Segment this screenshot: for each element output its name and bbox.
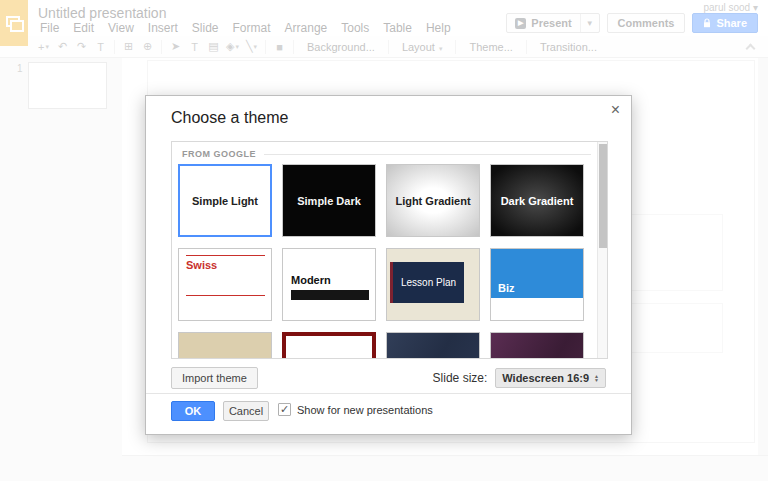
theme-card-dark-navy[interactable] [386,332,480,359]
theme-card-label: Biz [498,282,515,294]
updown-arrows-icon: ▲▼ [594,374,599,382]
theme-card-simple-dark[interactable]: Simple Dark [282,164,376,237]
theme-card-red-border[interactable] [282,332,376,359]
theme-card-tan[interactable] [178,332,272,359]
theme-card-plum[interactable] [490,332,584,359]
show-checkbox[interactable]: ✓ [278,403,291,416]
theme-card-lesson-plan[interactable]: Lesson Plan [386,248,480,321]
scrollbar[interactable] [597,142,607,358]
ok-button[interactable]: OK [171,401,215,421]
theme-card-label: Dark Gradient [491,165,583,236]
modern-bar [291,290,369,300]
checkbox-label: Show for new presentations [297,404,433,416]
theme-card-label: Lesson Plan [401,277,456,288]
theme-card-simple-light[interactable]: Simple Light [178,164,272,237]
listbox-head: FROM GOOGLE [182,149,591,159]
cancel-button[interactable]: Cancel [223,401,269,421]
checkbox-row: ✓ Show for new presentations [278,403,433,416]
footer-divider [146,393,631,394]
google-slides-app: Untitled presentation FileEditViewInsert… [0,0,768,481]
theme-card-biz[interactable]: Biz [490,248,584,321]
close-icon[interactable]: × [611,102,620,118]
theme-card-light-gradient[interactable]: Light Gradient [386,164,480,237]
theme-card-modern[interactable]: Modern [282,248,376,321]
choose-theme-dialog: × Choose a theme FROM GOOGLE Simple Ligh… [145,95,632,435]
biz-rect: Biz [491,249,583,298]
theme-card-swiss[interactable]: Swiss [178,248,272,321]
scrollbar-thumb[interactable] [599,144,607,248]
slide-size-label: Slide size: [433,371,488,385]
theme-card-label: Swiss [186,259,217,271]
theme-card-label: Simple Light [180,166,270,235]
lesson-plan-box: Lesson Plan [390,262,464,303]
section-rule [264,154,591,155]
slide-size-select[interactable]: Widescreen 16:9 ▲▼ [495,368,606,388]
section-label: FROM GOOGLE [182,149,256,159]
dialog-title: Choose a theme [171,109,288,127]
theme-card-dark-gradient[interactable]: Dark Gradient [490,164,584,237]
theme-grid: Simple LightSimple DarkLight GradientDar… [172,142,607,358]
theme-card-label: Light Gradient [387,165,479,236]
slide-size-row: Slide size: Widescreen 16:9 ▲▼ [433,368,606,388]
theme-card-label: Simple Dark [283,165,375,236]
theme-list: FROM GOOGLE Simple LightSimple DarkLight… [171,141,608,359]
import-theme-button[interactable]: Import theme [171,367,258,389]
theme-card-label: Modern [291,274,331,286]
